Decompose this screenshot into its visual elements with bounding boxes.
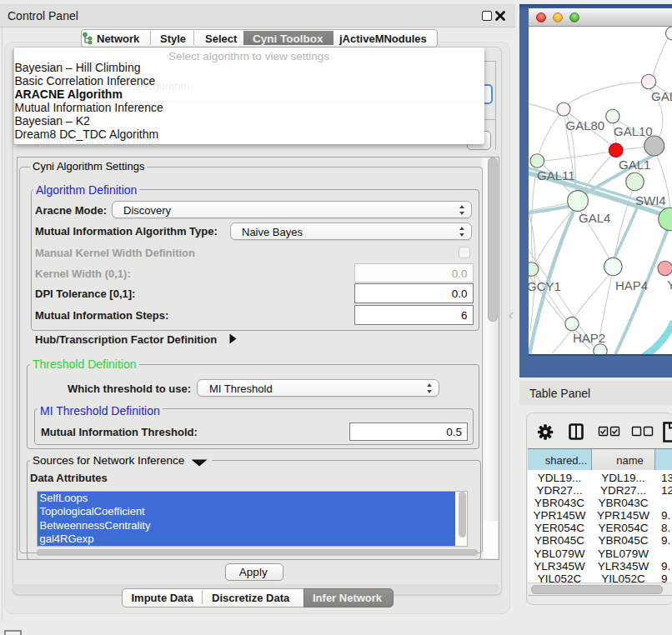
svg-text:HAP2: HAP2 [573, 331, 605, 345]
svg-text:GCY1: GCY1 [529, 279, 561, 293]
svg-text:GAL4: GAL4 [579, 211, 610, 225]
svg-text:GAL11: GAL11 [537, 168, 575, 182]
svg-text:GAL80: GAL80 [566, 118, 605, 132]
svg-text:GAL10: GAL10 [614, 124, 653, 138]
svg-text:Y: Y [667, 278, 672, 292]
svg-text:GAL: GAL [651, 89, 672, 103]
svg-text:HAP4: HAP4 [615, 278, 648, 292]
svg-text:SWI4: SWI4 [635, 193, 666, 208]
svg-text:GAL1: GAL1 [619, 158, 650, 172]
